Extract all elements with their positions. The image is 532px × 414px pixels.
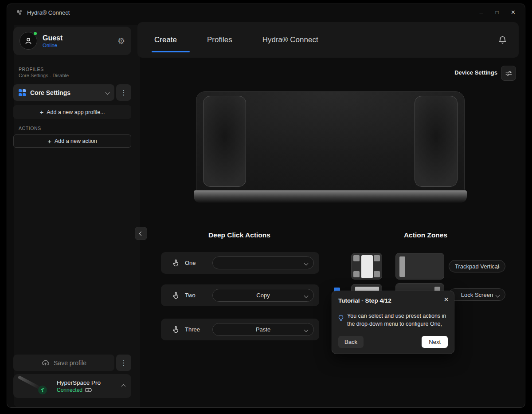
- plus-icon: +: [39, 108, 43, 116]
- action-zone-select-2[interactable]: Lock Screen: [449, 288, 505, 301]
- lightbulb-icon: [337, 314, 345, 322]
- usb-badge: [38, 386, 47, 394]
- profile-grid-icon: [19, 89, 26, 96]
- deep-click-row-three: Three Paste: [161, 319, 319, 340]
- zone-preview-left-edge[interactable]: [395, 253, 444, 280]
- deep-click-label: Three: [185, 326, 208, 333]
- user-status: Online: [43, 43, 63, 48]
- tutorial-title: Tutorial - Step 4/12: [338, 297, 391, 304]
- zone-highlight: [361, 255, 373, 278]
- profile-menu-button[interactable]: ⋮: [116, 84, 131, 101]
- deep-click-actions-title: Deep Click Actions: [162, 231, 317, 239]
- tutorial-body-text: You can select and use preset actions in…: [347, 312, 453, 328]
- notifications-button[interactable]: [498, 35, 507, 45]
- user-name: Guest: [43, 34, 63, 42]
- select-value: Lock Screen: [461, 292, 493, 298]
- sidebar-collapse-button[interactable]: [135, 227, 147, 240]
- chevron-down-icon: [496, 293, 500, 298]
- save-profile-button[interactable]: Save profile: [13, 355, 114, 371]
- add-action-button[interactable]: + Add a new action: [13, 134, 131, 148]
- tutorial-popup: Tutorial - Step 4/12 × You can select an…: [332, 291, 454, 354]
- deep-click-one-select[interactable]: [212, 256, 314, 269]
- main-navbar: Create Profiles Hydra® Connect: [137, 22, 519, 58]
- plus-icon: +: [47, 138, 51, 145]
- trackpad-base-edge: [194, 190, 467, 203]
- chevron-down-icon: [304, 261, 309, 266]
- window-title: Hydra® Connect: [27, 9, 70, 16]
- add-profile-label: Add a new app profile...: [47, 109, 105, 115]
- trackpad-left-zone: [203, 96, 246, 187]
- tab-hydra-connect[interactable]: Hydra® Connect: [262, 24, 318, 56]
- close-button[interactable]: ×: [511, 8, 515, 16]
- profile-select-value: Core Settings: [30, 89, 102, 96]
- maximize-button[interactable]: □: [495, 9, 498, 16]
- zone-highlight: [399, 256, 405, 277]
- zone-preview-corners[interactable]: [351, 253, 382, 280]
- zone-corner: [353, 271, 360, 277]
- deep-click-row-one: One: [161, 252, 319, 274]
- zone-corner: [374, 255, 380, 261]
- device-card[interactable]: HyperSpace Pro Connected: [13, 374, 131, 398]
- titlebar: Hydra® Connect – □ ×: [7, 4, 525, 21]
- device-status: Connected: [57, 387, 82, 393]
- actions-section-label: ACTIONS: [19, 126, 41, 131]
- chevron-down-icon: [106, 91, 110, 95]
- action-zone-select-1[interactable]: Trackpad Vertical: [449, 260, 505, 272]
- device-name: HyperSpace Pro: [57, 379, 101, 386]
- trackpad-right-zone: [415, 96, 458, 187]
- bell-icon: [498, 35, 507, 45]
- select-value: Paste: [256, 326, 270, 333]
- zone-corner: [353, 255, 360, 261]
- trackpad-image: [196, 91, 465, 192]
- tab-create[interactable]: Create: [154, 24, 177, 56]
- chevron-up-icon[interactable]: [121, 384, 126, 388]
- save-menu-button[interactable]: ⋮: [116, 355, 131, 371]
- user-card[interactable]: Guest Online ⚙: [13, 27, 131, 55]
- profiles-subtitle: Core Settings - Disable: [19, 73, 69, 78]
- deep-click-label: Two: [185, 292, 208, 299]
- chevron-down-icon: [304, 294, 309, 298]
- device-settings-label: Device Settings: [448, 69, 497, 76]
- select-value: Copy: [256, 292, 270, 299]
- action-zones-title: Action Zones: [350, 231, 501, 239]
- sliders-icon: [505, 70, 512, 77]
- tab-profiles[interactable]: Profiles: [207, 24, 232, 56]
- select-value: Trackpad Vertical: [455, 263, 499, 270]
- tutorial-close-button[interactable]: ×: [444, 295, 449, 304]
- profiles-section-label: PROFILES: [19, 67, 44, 72]
- deep-click-label: One: [185, 260, 208, 266]
- battery-charging-icon: [85, 388, 92, 392]
- user-icon: [23, 36, 33, 46]
- hand-one-finger-icon: [172, 259, 180, 268]
- hand-one-finger-icon: [172, 325, 180, 334]
- tutorial-back-button[interactable]: Back: [338, 336, 364, 348]
- hand-one-finger-icon: [172, 291, 180, 300]
- chevron-down-icon: [304, 328, 309, 332]
- kebab-menu-icon: ⋮: [121, 359, 127, 367]
- usb-icon: [40, 387, 45, 393]
- deep-click-two-select[interactable]: Copy: [212, 289, 314, 302]
- tutorial-next-button[interactable]: Next: [422, 336, 448, 348]
- minimize-button[interactable]: –: [480, 9, 483, 16]
- gear-icon[interactable]: ⚙: [117, 36, 125, 46]
- deep-click-row-two: Two Copy: [161, 284, 319, 306]
- zone-corner: [374, 271, 380, 277]
- profile-select[interactable]: Core Settings: [13, 84, 114, 101]
- add-profile-button[interactable]: + Add a new app profile...: [13, 105, 131, 119]
- app-logo-icon: [16, 9, 23, 16]
- deep-click-three-select[interactable]: Paste: [212, 323, 314, 336]
- online-status-dot: [33, 31, 38, 36]
- kebab-menu-icon: ⋮: [121, 89, 127, 97]
- save-profile-label: Save profile: [54, 359, 86, 367]
- cloud-upload-icon: [41, 359, 50, 367]
- add-action-label: Add a new action: [55, 138, 97, 144]
- chevron-left-icon: [139, 231, 143, 236]
- sidebar: [14, 25, 140, 407]
- device-settings-button[interactable]: [501, 66, 516, 81]
